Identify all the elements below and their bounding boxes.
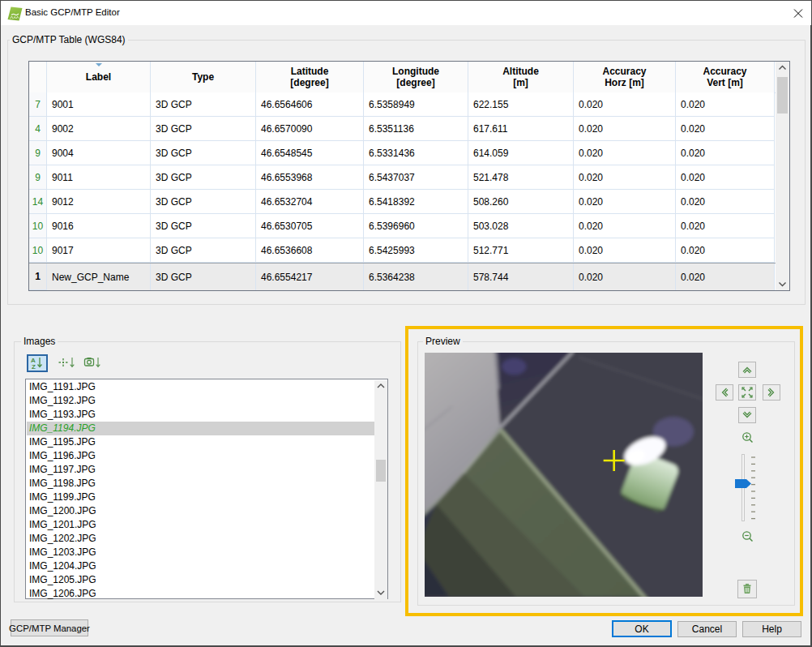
svg-text:Z: Z — [32, 363, 36, 371]
